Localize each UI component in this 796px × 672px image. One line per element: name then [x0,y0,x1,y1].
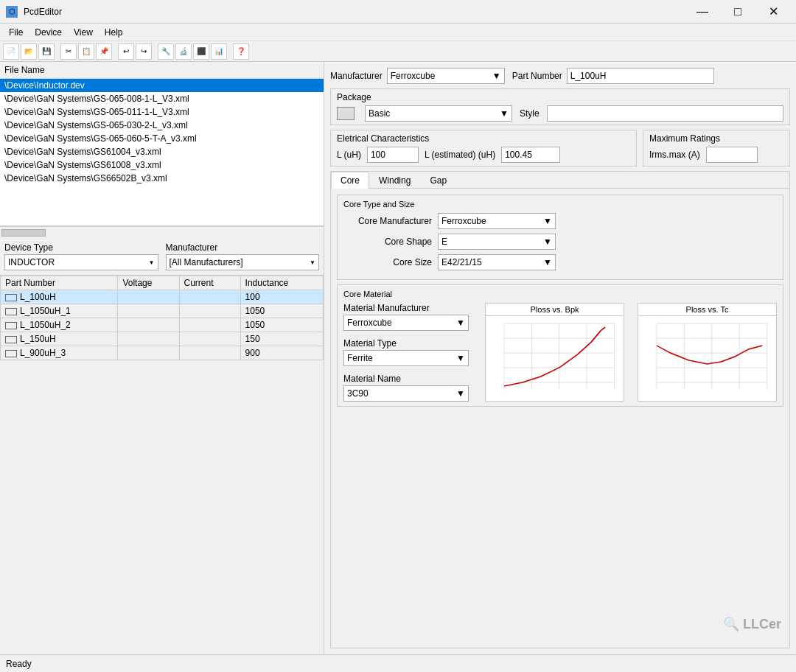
file-item[interactable]: \Device\GaN Systems\GS-065-008-1-L_V3.xm… [0,92,324,105]
l-est-input[interactable] [501,147,560,163]
material-manufacturer-label: Material Manufacturer [343,303,476,313]
toolbar-new[interactable]: 📄 [3,43,19,60]
cell-current [179,304,240,318]
table-row[interactable]: L_1050uH_1 1050 [1,304,324,318]
manufacturer-combo[interactable]: [All Manufacturers] ▼ [166,254,320,270]
table-row[interactable]: L_150uH 150 [1,332,324,346]
max-ratings-section: Maximum Ratings Irms.max (A) [643,130,790,167]
toolbar-cut[interactable]: ✂ [60,43,77,60]
menu-bar: File Device View Help [0,24,796,41]
file-item[interactable]: \Device\GaN Systems\GS66502B_v3.xml [0,172,324,185]
electrical-section: Eletrical Characteristics L (uH) L (esti… [330,130,637,167]
toolbar-open[interactable]: 📂 [21,43,37,60]
core-size-row: Core Size E42/21/15 ▼ [343,254,777,270]
part-number-input[interactable] [567,68,714,84]
cell-part-number: L_100uH [1,290,118,304]
irms-input[interactable] [706,147,758,163]
status-text: Ready [6,659,32,669]
manufacturer-select[interactable]: Ferroxcube ▼ [387,68,505,84]
close-button[interactable]: ✕ [756,1,790,23]
col-voltage: Voltage [118,276,179,290]
menu-view[interactable]: View [68,26,99,39]
parts-table-container: Part Number Voltage Current Inductance L… [0,276,324,654]
cell-current [179,332,240,346]
menu-file[interactable]: File [3,26,29,39]
toolbar-search[interactable]: 🔬 [175,43,192,60]
package-icon [337,107,355,120]
file-item[interactable]: \Device\GaN Systems\GS61008_v3.xml [0,158,324,172]
device-type-combo[interactable]: INDUCTOR ▼ [4,254,158,270]
toolbar-save[interactable]: 💾 [38,43,55,60]
material-type-field: Material Type Ferrite ▼ [343,338,476,366]
app-icon: ⬡ [6,6,18,18]
l-uh-input[interactable] [367,147,419,163]
material-manufacturer-combo[interactable]: Ferroxcube ▼ [343,315,469,331]
cell-part-number: L_900uH_3 [1,346,118,360]
main-content: File Name \Device\Inductor.dev \Device\G… [0,62,796,654]
chart-ploss-tc: Ploss vs. Tc [638,303,777,402]
core-shape-combo[interactable]: E ▼ [438,234,556,250]
package-combo[interactable]: Basic ▼ [365,105,512,122]
cell-part-number: L_150uH [1,332,118,346]
cell-inductance: 100 [240,290,323,304]
menu-help[interactable]: Help [99,26,129,39]
horizontal-scrollbar[interactable] [0,226,324,238]
right-panel: Manufacturer Ferroxcube ▼ Part Number Pa… [324,62,796,654]
toolbar-chart[interactable]: 📊 [211,43,227,60]
col-current: Current [179,276,240,290]
menu-device[interactable]: Device [29,26,68,39]
file-item[interactable]: \Device\GaN Systems\GS61004_v3.xml [0,145,324,158]
cell-inductance: 150 [240,332,323,346]
chart-ploss-bpk: Ploss vs. Bpk [485,303,624,402]
cell-voltage [118,318,179,332]
cell-current [179,290,240,304]
toolbar-help[interactable]: ❓ [233,43,249,60]
minimize-button[interactable]: — [685,1,719,23]
cell-voltage [118,346,179,360]
col-inductance: Inductance [240,276,323,290]
app-title: PcdEditor [24,7,62,17]
material-name-arrow-icon: ▼ [456,388,465,399]
device-type-arrow-icon: ▼ [149,259,155,266]
toolbar-redo[interactable]: ↪ [136,43,152,60]
cell-inductance: 1050 [240,318,323,332]
manufacturer-col: Manufacturer [All Manufacturers] ▼ [166,242,320,270]
table-row[interactable]: L_1050uH_2 1050 [1,318,324,332]
tab-gap[interactable]: Gap [420,172,456,189]
core-size-arrow-icon: ▼ [543,257,552,267]
material-name-combo[interactable]: 3C90 ▼ [343,385,469,402]
toolbar-pin[interactable]: 📌 [96,43,112,60]
device-type-label: Device Type [4,242,158,253]
toolbar-copy[interactable]: 📋 [78,43,94,60]
toolbar-block[interactable]: ⬛ [193,43,209,60]
file-item[interactable]: \Device\Inductor.dev [0,79,324,92]
file-list-header: File Name [0,62,324,79]
elec-section-label: Eletrical Characteristics [337,133,630,144]
material-type-combo[interactable]: Ferrite ▼ [343,350,469,366]
cell-inductance: 900 [240,346,323,360]
file-item[interactable]: \Device\GaN Systems\GS-065-011-1-L_V3.xm… [0,105,324,119]
style-input[interactable] [547,105,783,122]
file-item[interactable]: \Device\GaN Systems\GS-065-060-5-T-A_v3.… [0,132,324,145]
left-panel: File Name \Device\Inductor.dev \Device\G… [0,62,324,654]
manufacturer-label: Manufacturer [166,242,320,253]
file-item[interactable]: \Device\GaN Systems\GS-065-030-2-L_v3.xm… [0,119,324,132]
manufacturer-field-group: Manufacturer Ferroxcube ▼ [330,68,505,84]
maximize-button[interactable]: □ [721,1,755,23]
toolbar-undo[interactable]: ↩ [118,43,134,60]
toolbar-settings[interactable]: 🔧 [158,43,174,60]
table-row[interactable]: L_900uH_3 900 [1,346,324,360]
core-size-combo[interactable]: E42/21/15 ▼ [438,254,556,270]
chart2-title: Ploss vs. Tc [638,304,776,316]
table-row[interactable]: L_100uH 100 [1,290,324,304]
tab-core[interactable]: Core [331,172,369,189]
material-type-arrow-icon: ▼ [456,353,465,363]
core-manufacturer-combo[interactable]: Ferroxcube ▼ [438,213,556,229]
tab-winding[interactable]: Winding [369,172,420,189]
package-section: Package Basic ▼ Style [330,88,790,125]
file-list-container[interactable]: \Device\Inductor.dev \Device\GaN Systems… [0,79,324,226]
material-manufacturer-field: Material Manufacturer Ferroxcube ▼ [343,303,476,331]
core-manufacturer-row: Core Manufacturer Ferroxcube ▼ [343,213,777,229]
manufacturer-arrow-icon: ▼ [310,259,315,266]
part-number-field-label: Part Number [512,71,562,81]
